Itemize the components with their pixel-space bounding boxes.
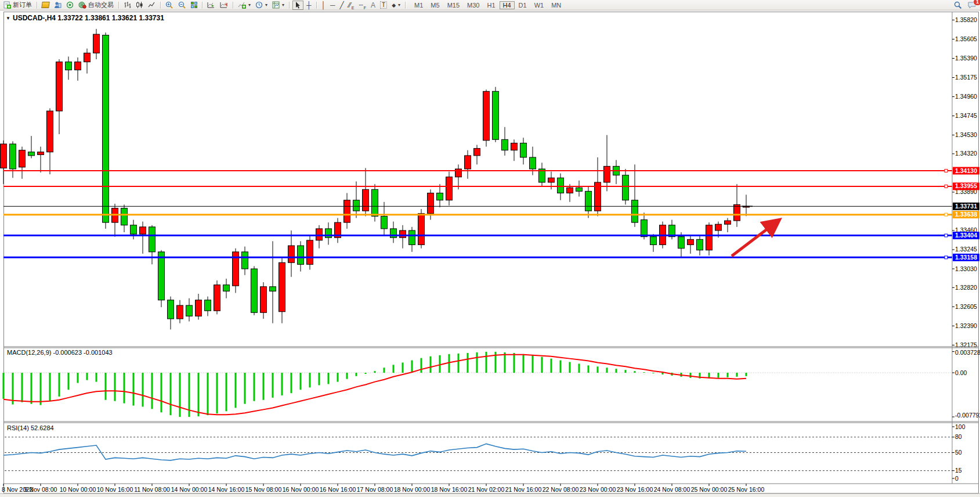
periods-button[interactable]: ▾ xyxy=(254,1,269,10)
candle-body xyxy=(576,188,583,191)
auto-trading-button[interactable]: 自动交易 xyxy=(77,1,115,10)
symbol-dropdown-icon: ▼ xyxy=(6,16,10,21)
candle-body xyxy=(688,239,694,244)
timeframe-m5[interactable]: M5 xyxy=(427,1,443,9)
price-line-marker[interactable] xyxy=(945,185,948,188)
text-label-icon: T xyxy=(380,1,387,9)
tile-windows-button[interactable] xyxy=(189,1,199,10)
candle-body xyxy=(1,144,7,168)
auto-scroll-icon xyxy=(207,1,215,9)
time-tick-label: 17 Nov 08:00 xyxy=(357,486,393,493)
vertical-line-button[interactable]: │ xyxy=(320,1,328,10)
price-tick-label: 1.34960 xyxy=(955,93,977,100)
zoom-out-icon xyxy=(178,1,186,9)
time-tick-label: 11 Nov 08:00 xyxy=(134,486,170,493)
chart-canvas[interactable]: ▼USDCAD-,H4 1.33722 1.33861 1.33621 1.33… xyxy=(0,10,980,497)
candlestick-chart-icon xyxy=(136,1,143,9)
timeframe-h4[interactable]: H4 xyxy=(500,1,515,9)
chart-window: ▼USDCAD-,H4 1.33722 1.33861 1.33621 1.33… xyxy=(0,10,980,497)
auto-scroll-button[interactable] xyxy=(205,1,217,10)
time-tick-label: 25 Nov 00:00 xyxy=(691,486,728,493)
toolbar-separator xyxy=(37,2,37,9)
timeframe-w1[interactable]: W1 xyxy=(531,1,548,9)
zoom-out-button[interactable] xyxy=(176,1,188,10)
equidistant-channel-button[interactable]: ⁄⁄E xyxy=(347,1,356,10)
indicators-button[interactable]: ▾ xyxy=(236,1,252,10)
chart-shift-button[interactable] xyxy=(218,1,230,10)
bar-chart-button[interactable] xyxy=(122,1,133,10)
candle-body xyxy=(530,157,536,169)
candle-body xyxy=(316,229,323,240)
price-tick-label: 1.35175 xyxy=(955,74,977,81)
price-badge-1.33638: 1.33638 xyxy=(953,211,979,218)
horizontal-line-button[interactable]: ─ xyxy=(328,1,337,10)
candle-body xyxy=(604,166,610,182)
candle-body xyxy=(715,224,722,231)
timeframe-h1[interactable]: H1 xyxy=(483,1,498,9)
fibonacci-button[interactable]: ┄F xyxy=(357,1,368,10)
zoom-in-icon xyxy=(165,1,173,9)
zoom-in-button[interactable] xyxy=(164,1,175,10)
toolbar-separator xyxy=(233,2,233,9)
timeframe-d1[interactable]: D1 xyxy=(515,1,530,9)
toolbar-separator xyxy=(405,2,406,9)
market-watch-button[interactable] xyxy=(40,1,51,10)
timeframe-m30[interactable]: M30 xyxy=(464,1,483,9)
chart-background xyxy=(0,10,980,497)
time-tick-label: 10 Nov 16:00 xyxy=(97,486,133,493)
price-badge-1.33731: 1.33731 xyxy=(953,203,979,210)
timeframe-m15[interactable]: M15 xyxy=(444,1,463,9)
rsi-tick-label: 100 xyxy=(955,423,965,430)
trendline-button[interactable]: ╱ xyxy=(338,1,346,10)
price-tick-label: 1.32605 xyxy=(955,303,977,310)
text-label-button[interactable]: T xyxy=(378,1,389,10)
timeframe-mn[interactable]: MN xyxy=(548,1,565,9)
candle-body xyxy=(446,177,453,200)
search-button[interactable] xyxy=(952,1,964,10)
line-chart-button[interactable] xyxy=(146,1,157,10)
rsi-tick-label: 80 xyxy=(955,433,962,440)
candle-body xyxy=(19,150,26,167)
candle-body xyxy=(641,220,648,237)
signals-button[interactable] xyxy=(64,1,75,10)
arrow-objects-button[interactable]: ◆▾ xyxy=(390,1,402,10)
fibonacci-icon: ┄ xyxy=(359,2,363,9)
candle-body xyxy=(428,193,434,213)
cursor-button[interactable] xyxy=(292,1,303,10)
price-line-marker[interactable] xyxy=(945,170,948,172)
candle-body xyxy=(585,191,592,211)
candle-body xyxy=(734,204,740,221)
crosshair-button[interactable]: ┼ xyxy=(305,1,313,10)
candle-body xyxy=(465,156,471,169)
price-line-marker[interactable] xyxy=(945,256,948,259)
candle-body xyxy=(196,300,202,316)
signals-icon xyxy=(66,1,74,9)
line-chart-icon xyxy=(148,1,156,9)
price-tick-label: 1.32175 xyxy=(955,341,977,348)
templates-button[interactable]: ▾ xyxy=(270,1,286,10)
candle-body xyxy=(307,240,313,264)
price-tick-label: 1.35390 xyxy=(955,55,977,62)
price-tick-label: 1.34530 xyxy=(955,131,977,138)
price-badge-label: 1.33158 xyxy=(955,254,977,261)
candle-body xyxy=(75,62,81,70)
notifications-button[interactable]: 1 xyxy=(966,1,978,10)
timeframe-m1[interactable]: M1 xyxy=(411,1,426,9)
text-button[interactable]: A xyxy=(369,1,377,10)
chevron-down-icon: ▾ xyxy=(248,2,251,8)
auto-trading-label: 自动交易 xyxy=(88,1,114,9)
price-line-marker[interactable] xyxy=(945,213,948,216)
new-order-button[interactable]: 新订单 xyxy=(2,1,34,10)
candle-body xyxy=(548,178,555,182)
macd-label: MACD(12,26,9) -0.000623 -0.001043 xyxy=(7,349,113,356)
candle-body xyxy=(344,200,350,222)
price-tick-label: 1.32390 xyxy=(955,322,977,329)
candle-body xyxy=(214,285,220,311)
time-tick-label: 23 Nov 00:00 xyxy=(580,486,616,493)
data-window-button[interactable] xyxy=(52,1,63,10)
crosshair-icon: ┼ xyxy=(306,2,312,9)
candlestick-chart-button[interactable] xyxy=(134,1,145,10)
price-badge-label: 1.33404 xyxy=(955,232,977,239)
equidistant-channel-icon: ⁄⁄ xyxy=(349,2,351,9)
price-line-marker[interactable] xyxy=(945,234,948,237)
